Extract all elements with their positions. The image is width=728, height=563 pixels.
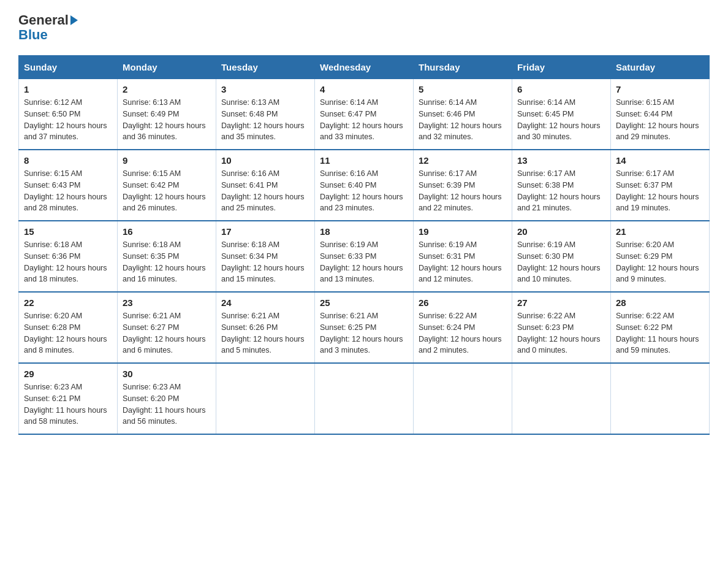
sunrise-label: Sunrise: 6:15 AM xyxy=(123,169,181,178)
sunrise-label: Sunrise: 6:14 AM xyxy=(419,98,477,107)
sunset-label: Sunset: 6:20 PM xyxy=(123,394,179,403)
day-info: Sunrise: 6:23 AM Sunset: 6:20 PM Dayligh… xyxy=(123,381,211,427)
calendar-cell: 3 Sunrise: 6:13 AM Sunset: 6:48 PM Dayli… xyxy=(216,79,315,150)
daylight-label: Daylight: 12 hours hoursand 3 minutes. xyxy=(320,335,403,355)
page-header: General Blue xyxy=(18,12,710,43)
logo-triangle-icon xyxy=(70,15,78,25)
daylight-label: Daylight: 12 hours hoursand 12 minutes. xyxy=(419,264,502,284)
calendar-cell: 12 Sunrise: 6:17 AM Sunset: 6:39 PM Dayl… xyxy=(414,150,512,221)
day-number: 5 xyxy=(419,84,507,94)
sunset-label: Sunset: 6:28 PM xyxy=(24,323,80,332)
day-info: Sunrise: 6:14 AM Sunset: 6:46 PM Dayligh… xyxy=(419,97,507,143)
sunset-label: Sunset: 6:23 PM xyxy=(517,323,574,332)
sunrise-label: Sunrise: 6:20 AM xyxy=(616,240,674,249)
sunrise-label: Sunrise: 6:22 AM xyxy=(517,312,575,320)
sunset-label: Sunset: 6:35 PM xyxy=(123,252,179,261)
column-header-sunday: Sunday xyxy=(19,56,118,79)
logo-wrap: General Blue xyxy=(18,12,78,43)
sunrise-label: Sunrise: 6:13 AM xyxy=(123,98,181,107)
day-info: Sunrise: 6:19 AM Sunset: 6:33 PM Dayligh… xyxy=(320,239,408,285)
sunset-label: Sunset: 6:42 PM xyxy=(123,181,179,190)
calendar-cell: 2 Sunrise: 6:13 AM Sunset: 6:49 PM Dayli… xyxy=(118,79,216,150)
daylight-label: Daylight: 12 hours hoursand 35 minutes. xyxy=(221,121,305,142)
day-info: Sunrise: 6:19 AM Sunset: 6:31 PM Dayligh… xyxy=(419,239,507,285)
daylight-label: Daylight: 12 hours hoursand 19 minutes. xyxy=(616,193,699,213)
daylight-label: Daylight: 12 hours hoursand 10 minutes. xyxy=(517,264,601,284)
calendar-cell: 22 Sunrise: 6:20 AM Sunset: 6:28 PM Dayl… xyxy=(19,292,118,363)
sunset-label: Sunset: 6:39 PM xyxy=(419,181,475,190)
day-number: 20 xyxy=(517,226,605,237)
day-info: Sunrise: 6:17 AM Sunset: 6:37 PM Dayligh… xyxy=(616,168,704,214)
calendar-header-row: SundayMondayTuesdayWednesdayThursdayFrid… xyxy=(19,56,710,79)
calendar-cell xyxy=(315,363,414,434)
day-number: 19 xyxy=(419,226,507,237)
calendar-table: SundayMondayTuesdayWednesdayThursdayFrid… xyxy=(18,55,710,435)
logo: General Blue xyxy=(18,12,78,43)
sunset-label: Sunset: 6:46 PM xyxy=(419,110,475,118)
sunrise-label: Sunrise: 6:19 AM xyxy=(419,240,477,249)
day-info: Sunrise: 6:17 AM Sunset: 6:39 PM Dayligh… xyxy=(419,168,507,214)
sunset-label: Sunset: 6:33 PM xyxy=(320,252,376,261)
sunrise-label: Sunrise: 6:17 AM xyxy=(517,169,575,178)
calendar-cell: 16 Sunrise: 6:18 AM Sunset: 6:35 PM Dayl… xyxy=(118,221,216,292)
day-info: Sunrise: 6:17 AM Sunset: 6:38 PM Dayligh… xyxy=(517,168,605,214)
day-info: Sunrise: 6:21 AM Sunset: 6:25 PM Dayligh… xyxy=(320,310,408,356)
daylight-label: Daylight: 12 hours hoursand 30 minutes. xyxy=(517,121,601,142)
calendar-week-row: 15 Sunrise: 6:18 AM Sunset: 6:36 PM Dayl… xyxy=(19,221,710,292)
day-info: Sunrise: 6:18 AM Sunset: 6:36 PM Dayligh… xyxy=(24,239,112,285)
sunrise-label: Sunrise: 6:23 AM xyxy=(123,383,181,391)
day-info: Sunrise: 6:19 AM Sunset: 6:30 PM Dayligh… xyxy=(517,239,605,285)
day-info: Sunrise: 6:16 AM Sunset: 6:41 PM Dayligh… xyxy=(221,168,309,214)
calendar-cell: 10 Sunrise: 6:16 AM Sunset: 6:41 PM Dayl… xyxy=(216,150,315,221)
day-info: Sunrise: 6:18 AM Sunset: 6:34 PM Dayligh… xyxy=(221,239,309,285)
day-number: 28 xyxy=(616,297,704,308)
calendar-cell xyxy=(611,363,710,434)
day-number: 12 xyxy=(419,155,507,166)
day-info: Sunrise: 6:15 AM Sunset: 6:44 PM Dayligh… xyxy=(616,97,704,143)
day-number: 15 xyxy=(24,226,112,237)
sunset-label: Sunset: 6:21 PM xyxy=(24,394,80,403)
sunset-label: Sunset: 6:43 PM xyxy=(24,181,80,190)
sunset-label: Sunset: 6:36 PM xyxy=(24,252,80,261)
daylight-label: Daylight: 11 hours hoursand 59 minutes. xyxy=(616,335,699,355)
calendar-cell: 28 Sunrise: 6:22 AM Sunset: 6:22 PM Dayl… xyxy=(611,292,710,363)
calendar-cell: 8 Sunrise: 6:15 AM Sunset: 6:43 PM Dayli… xyxy=(19,150,118,221)
sunset-label: Sunset: 6:38 PM xyxy=(517,181,574,190)
sunset-label: Sunset: 6:22 PM xyxy=(616,323,672,332)
sunrise-label: Sunrise: 6:18 AM xyxy=(123,240,181,249)
calendar-week-row: 1 Sunrise: 6:12 AM Sunset: 6:50 PM Dayli… xyxy=(19,79,710,150)
day-info: Sunrise: 6:16 AM Sunset: 6:40 PM Dayligh… xyxy=(320,168,408,214)
day-number: 21 xyxy=(616,226,704,237)
column-header-monday: Monday xyxy=(118,56,216,79)
sunrise-label: Sunrise: 6:20 AM xyxy=(24,312,82,320)
day-number: 13 xyxy=(517,155,605,166)
sunrise-label: Sunrise: 6:16 AM xyxy=(221,169,279,178)
daylight-label: Daylight: 12 hours hoursand 33 minutes. xyxy=(320,121,403,142)
day-number: 11 xyxy=(320,155,408,166)
day-info: Sunrise: 6:23 AM Sunset: 6:21 PM Dayligh… xyxy=(24,381,112,427)
day-info: Sunrise: 6:20 AM Sunset: 6:28 PM Dayligh… xyxy=(24,310,112,356)
sunset-label: Sunset: 6:24 PM xyxy=(419,323,475,332)
day-info: Sunrise: 6:21 AM Sunset: 6:27 PM Dayligh… xyxy=(123,310,211,356)
sunrise-label: Sunrise: 6:18 AM xyxy=(24,240,82,249)
calendar-cell xyxy=(216,363,315,434)
day-number: 8 xyxy=(24,155,112,166)
day-info: Sunrise: 6:13 AM Sunset: 6:49 PM Dayligh… xyxy=(123,97,211,143)
daylight-label: Daylight: 12 hours hoursand 16 minutes. xyxy=(123,264,206,284)
day-number: 1 xyxy=(24,84,112,94)
daylight-label: Daylight: 12 hours hoursand 15 minutes. xyxy=(221,264,305,284)
sunset-label: Sunset: 6:31 PM xyxy=(419,252,475,261)
sunset-label: Sunset: 6:49 PM xyxy=(123,110,179,118)
calendar-cell: 6 Sunrise: 6:14 AM Sunset: 6:45 PM Dayli… xyxy=(512,79,611,150)
day-number: 7 xyxy=(616,84,704,94)
calendar-cell: 14 Sunrise: 6:17 AM Sunset: 6:37 PM Dayl… xyxy=(611,150,710,221)
calendar-cell xyxy=(512,363,611,434)
sunrise-label: Sunrise: 6:21 AM xyxy=(123,312,181,320)
column-header-thursday: Thursday xyxy=(414,56,512,79)
daylight-label: Daylight: 12 hours hoursand 23 minutes. xyxy=(320,193,403,213)
daylight-label: Daylight: 12 hours hoursand 0 minutes. xyxy=(517,335,601,355)
sunrise-label: Sunrise: 6:14 AM xyxy=(517,98,575,107)
day-info: Sunrise: 6:22 AM Sunset: 6:24 PM Dayligh… xyxy=(419,310,507,356)
day-number: 6 xyxy=(517,84,605,94)
sunrise-label: Sunrise: 6:19 AM xyxy=(320,240,378,249)
